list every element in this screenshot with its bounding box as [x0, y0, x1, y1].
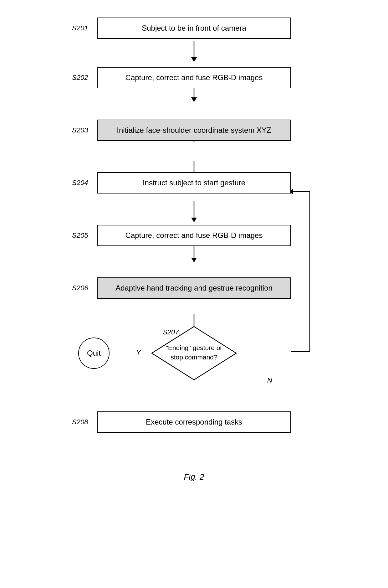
- figure-caption: Fig. 2: [184, 472, 204, 482]
- step-box-s203: Initialize face-shoulder coordinate syst…: [97, 120, 291, 141]
- step-box-s202: Capture, correct and fuse RGB-D images: [97, 67, 291, 88]
- step-box-s205: Capture, correct and fuse RGB-D images: [97, 225, 291, 246]
- svg-marker-3: [191, 97, 197, 102]
- step-label-s201: S201: [72, 24, 88, 32]
- step-label-s203: S203: [72, 126, 88, 134]
- n-label: N: [267, 376, 272, 384]
- svg-text:stop command?: stop command?: [171, 353, 217, 361]
- step-box-s201: Subject to be in front of camera: [97, 18, 291, 39]
- step-label-s202: S202: [72, 74, 88, 82]
- step-label-s206: S206: [72, 284, 88, 292]
- step-label-s204: S204: [72, 179, 88, 187]
- step-box-s208: Execute corresponding tasks: [97, 411, 291, 433]
- flowchart: S201 Subject to be in front of camera S2…: [53, 9, 335, 482]
- step-label-s207: S207: [163, 328, 179, 336]
- step-label-s205: S205: [72, 231, 88, 240]
- step-label-s208: S208: [72, 418, 88, 426]
- quit-circle: Quit: [78, 338, 110, 369]
- y-label: Y: [136, 348, 141, 357]
- svg-marker-1: [191, 57, 197, 62]
- step-box-s206: Adaptive hand tracking and gestrue recog…: [97, 277, 291, 299]
- svg-marker-11: [191, 258, 197, 262]
- step-box-s204: Instruct subject to start gesture: [97, 172, 291, 193]
- svg-text:"Ending" gesture or: "Ending" gesture or: [166, 344, 222, 351]
